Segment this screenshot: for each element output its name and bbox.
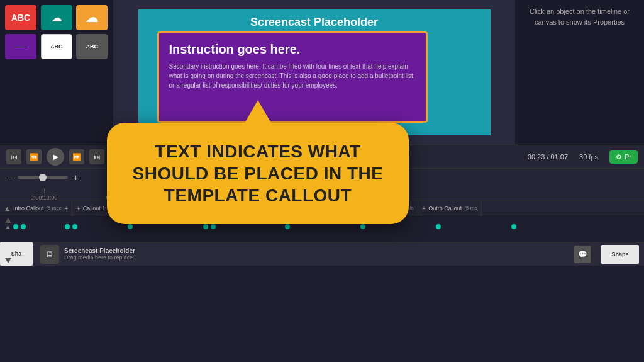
media-thumb-4[interactable]: ——: [5, 34, 36, 59]
right-shape-block: Shape: [601, 245, 639, 264]
screencast-track: Sha 🖥 Screencast Placeholder Drag media …: [0, 242, 644, 266]
track-label-outro: + Outro Callout (5 me: [418, 201, 482, 215]
dot-1: [13, 224, 18, 229]
triangle-down-indicator: [5, 258, 11, 263]
dot-3: [65, 224, 70, 229]
track-label-intro: ▲ Intro Callout (5 mec +: [0, 201, 72, 215]
overlay-callout: TEXT INDICATES WHAT SHOULD BE PLACED IN …: [107, 123, 409, 224]
overlay-callout-text: TEXT INDICATES WHAT SHOULD BE PLACED IN …: [130, 140, 386, 206]
skip-forward-button[interactable]: ⏭: [89, 149, 104, 164]
chat-icon: 💬: [578, 250, 587, 259]
triangle-up-indicator: [5, 218, 11, 223]
dot-11: [511, 224, 516, 229]
fps-display: 30 fps: [579, 153, 598, 161]
chat-icon-button[interactable]: 💬: [574, 246, 591, 263]
gear-icon: ⚙: [616, 153, 622, 161]
dot-10: [436, 224, 441, 229]
track-diamonds-outro: [511, 224, 587, 229]
slide-callout-title: Instruction goes here.: [169, 42, 416, 57]
play-button[interactable]: ▶: [47, 148, 64, 166]
track-diamonds-callout2: [128, 224, 203, 229]
media-thumb-3[interactable]: ☁: [76, 5, 108, 30]
track-diamonds-intro: ▲: [5, 223, 65, 230]
left-media-panel: ABC ☁ ☁ —— ABC ABC: [0, 0, 113, 145]
slide-callout-box[interactable]: Instruction goes here. Secondary instruc…: [157, 31, 428, 123]
media-thumb-1[interactable]: ABC: [5, 5, 36, 30]
settings-button[interactable]: ⚙ Pr: [609, 150, 638, 164]
track-diamonds-callout4: [285, 224, 360, 229]
track-diamonds-callout1: [65, 224, 128, 229]
media-thumb-2[interactable]: ☁: [41, 5, 72, 30]
zoom-slider[interactable]: [18, 176, 68, 179]
dot-4: [72, 224, 77, 229]
dot-5: [128, 224, 133, 229]
zoom-thumb: [39, 174, 47, 181]
step-forward-button[interactable]: ⏩: [69, 149, 84, 164]
dot-7: [211, 224, 216, 229]
track-diamonds-callout3: [203, 224, 285, 229]
dot-2: [21, 224, 26, 229]
track-expand-intro[interactable]: ▲: [4, 205, 11, 212]
right-panel-hint: Click an object on the timeline or canva…: [521, 6, 638, 27]
step-back-button[interactable]: ⏪: [26, 149, 42, 164]
media-thumb-6[interactable]: ABC: [76, 34, 108, 59]
right-properties-panel: Click an object on the timeline or canva…: [515, 0, 644, 145]
zoom-plus-button[interactable]: +: [73, 173, 78, 183]
dot-9: [360, 224, 365, 229]
slide-canvas[interactable]: Screencast Placeholder Drag media onto p…: [138, 9, 491, 135]
track-diamonds-callout6: [436, 224, 511, 229]
ruler-mark-1: 0:00:10;00: [6, 188, 82, 201]
screencast-subtitle: Drag media here to replace.: [64, 254, 569, 261]
track-add-intro[interactable]: +: [64, 205, 68, 212]
media-thumb-5[interactable]: ABC: [41, 34, 72, 59]
slide-callout-body: Secondary instruction goes here. It can …: [169, 62, 416, 90]
track-diamonds-callout5: [360, 224, 436, 229]
ruler-line-1: [44, 188, 45, 193]
dot-8: [285, 224, 290, 229]
skip-back-button[interactable]: ⏮: [6, 149, 21, 164]
monitor-icon: 🖥: [45, 249, 54, 259]
slide-title: Screencast Placeholder: [138, 9, 491, 31]
zoom-minus-button[interactable]: −: [8, 173, 13, 183]
dot-6: [203, 224, 208, 229]
screencast-info: Screencast Placeholder Drag media here t…: [64, 247, 569, 261]
screencast-title: Screencast Placeholder: [64, 247, 569, 254]
track-add-callout1[interactable]: +: [76, 205, 80, 212]
time-display: 00:23 / 01:07: [528, 153, 568, 161]
track-add-outro[interactable]: +: [422, 205, 426, 212]
screencast-icon: 🖥: [40, 245, 59, 264]
